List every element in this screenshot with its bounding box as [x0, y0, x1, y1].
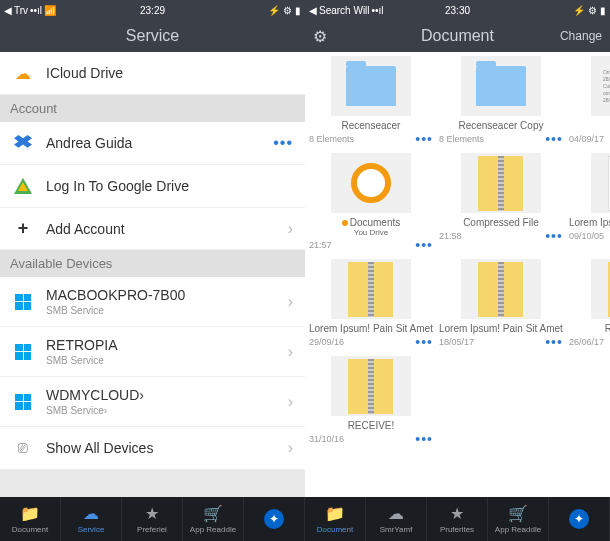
file-tile[interactable]: Recenseacer Copy8 Elements••• — [439, 56, 563, 147]
file-tile[interactable]: Lorem ipsum dolor sit amet consectetur a… — [569, 153, 610, 253]
tab-service[interactable]: ☁Service — [61, 497, 122, 541]
dropbox-label: Andrea Guida — [46, 135, 273, 151]
chevron-right-icon: › — [288, 393, 293, 411]
document-grid[interactable]: Recenseacer8 Elements•••Recenseacer Copy… — [305, 52, 610, 497]
more-icon[interactable]: ••• — [415, 431, 433, 447]
header: Service — [0, 20, 305, 52]
windows-icon — [12, 291, 34, 313]
more-icon[interactable]: ••• — [415, 131, 433, 147]
show-all-label: Show All Devices — [46, 440, 288, 456]
account-section: Account — [0, 95, 305, 122]
file-tile[interactable]: RECEIVE!31/10/16••• — [309, 356, 433, 447]
tile-name: Lorem Ipsum! Pain Sit Amet — [439, 323, 563, 334]
header: ⚙ Document Change — [305, 20, 610, 52]
file-tile[interactable]: Reviewacer26/06/17••• — [569, 259, 610, 350]
dropbox-row[interactable]: Andrea Guida ••• — [0, 122, 305, 165]
clock: 23:29 — [140, 5, 165, 16]
settings-icon[interactable]: ⚙ — [313, 27, 327, 46]
document-screen: ◀ Search Will ••ıl 23:30 ⚡ ⚙ ▮ ⚙ Documen… — [305, 0, 610, 497]
file-tile[interactable]: DocumentsYou Drive21:57••• — [309, 153, 433, 253]
folder-icon: 📁 — [325, 504, 345, 523]
cloud-icon: ☁ — [83, 504, 99, 523]
gdrive-label: Log In To Google Drive — [46, 178, 293, 194]
show-all-row[interactable]: ⎚ Show All Devices › — [0, 427, 305, 470]
wifi-icon: 📶 — [44, 5, 56, 16]
status-icons: ⚡ ⚙ ▮ — [268, 5, 301, 16]
star-icon: ★ — [145, 504, 159, 523]
signal-icon: ••ıl — [372, 5, 384, 16]
chevron-right-icon: › — [288, 343, 293, 361]
tab-pruferites[interactable]: ★Pruferites — [427, 497, 488, 541]
status-bar: ◀ Trv ••ıl 📶 23:29 ⚡ ⚙ ▮ — [0, 0, 305, 20]
change-button[interactable]: Change — [560, 29, 602, 43]
devices-section: Available Devices — [0, 250, 305, 277]
more-icon[interactable]: ••• — [273, 134, 293, 152]
file-tile[interactable]: Lorem Ipsum! Pain Sit Amet18/05/17••• — [439, 259, 563, 350]
tile-name: Recenseacer Copy — [439, 120, 563, 131]
tab-smryamf[interactable]: ☁SmrYamf — [366, 497, 427, 541]
tile-name: RECEIVE! — [309, 420, 433, 431]
tile-meta: 21:58••• — [439, 228, 563, 244]
more-icon[interactable]: ••• — [545, 228, 563, 244]
more-icon[interactable]: ••• — [415, 334, 433, 350]
chat-thumb: Omessa!28/05/15, 21:00:26: Anna Cutt: «i… — [591, 56, 610, 116]
tab-label: App Readdle — [190, 525, 236, 534]
tab-preferiei[interactable]: ★Preferiei — [122, 497, 183, 541]
service-screen: ◀ Trv ••ıl 📶 23:29 ⚡ ⚙ ▮ Service ☁ IClou… — [0, 0, 305, 497]
add-account-row[interactable]: + Add Account › — [0, 208, 305, 250]
tile-name: Recenseacer — [309, 120, 433, 131]
file-tile[interactable]: Omessa!28/05/15, 21:00:26: Anna Cutt: «i… — [569, 56, 610, 147]
device-name: MACBOOKPRO-7B00 — [46, 287, 288, 303]
header-title: Service — [126, 27, 179, 45]
chevron-right-icon: › — [288, 220, 293, 238]
tab-label: Document — [12, 525, 48, 534]
icloud-icon: ☁ — [12, 62, 34, 84]
device-row[interactable]: MACBOOKPRO-7B00 SMB Service › — [0, 277, 305, 327]
zip-thumb — [591, 259, 610, 319]
tab-label: Document — [317, 525, 353, 534]
more-icon[interactable]: ••• — [545, 131, 563, 147]
tile-name: Lorem Ipsum! Pain Sit Amet — [569, 217, 610, 228]
tab-document[interactable]: 📁Document — [0, 497, 61, 541]
windows-icon — [12, 391, 34, 413]
device-sub: SMB Service — [46, 305, 288, 316]
clock: 23:30 — [445, 5, 470, 16]
tab-document[interactable]: 📁Document — [305, 497, 366, 541]
search-text: Search Will — [319, 5, 370, 16]
tab-compass[interactable]: ✦ — [244, 497, 305, 541]
carrier: Trv — [14, 5, 28, 16]
tile-meta: 21:57••• — [309, 237, 433, 253]
status-bar: ◀ Search Will ••ıl 23:30 ⚡ ⚙ ▮ — [305, 0, 610, 20]
back-icon[interactable]: ◀ — [309, 5, 317, 16]
tile-meta: 29/09/16••• — [309, 334, 433, 350]
tab-app readdle[interactable]: 🛒App Readdle — [183, 497, 244, 541]
tab-app readdle[interactable]: 🛒App Readdle — [488, 497, 549, 541]
icloud-row[interactable]: ☁ ICloud Drive — [0, 52, 305, 95]
more-icon[interactable]: ••• — [545, 334, 563, 350]
more-icon[interactable]: ••• — [415, 237, 433, 253]
icloud-label: ICloud Drive — [46, 65, 293, 81]
star-icon: ★ — [450, 504, 464, 523]
back-icon[interactable]: ◀ — [4, 5, 12, 16]
device-row[interactable]: RETROPIA SMB Service › — [0, 327, 305, 377]
ring-thumb — [331, 153, 411, 213]
file-tile[interactable]: Compressed File21:58••• — [439, 153, 563, 253]
file-tile[interactable]: Lorem Ipsum! Pain Sit Amet29/09/16••• — [309, 259, 433, 350]
header-title: Document — [421, 27, 494, 45]
tab-label: SmrYamf — [380, 525, 413, 534]
tile-meta: 09/10/05••• — [569, 228, 610, 244]
tab-bar: 📁Document☁Service★Preferiei🛒App Readdle✦… — [0, 497, 610, 541]
device-name: RETROPIA — [46, 337, 288, 353]
service-list[interactable]: ☁ ICloud Drive Account Andrea Guida ••• … — [0, 52, 305, 497]
zip-thumb — [331, 259, 411, 319]
device-row[interactable]: WDMYCLOUD› SMB Service› › — [0, 377, 305, 427]
doc-thumb: Lorem ipsum dolor sit amet consectetur a… — [591, 153, 610, 213]
file-tile[interactable]: Recenseacer8 Elements••• — [309, 56, 433, 147]
gdrive-row[interactable]: Log In To Google Drive — [0, 165, 305, 208]
tab-compass[interactable]: ✦ — [549, 497, 610, 541]
device-sub: SMB Service› — [46, 405, 288, 416]
tile-name: Lorem Ipsum! Pain Sit Amet — [309, 323, 433, 334]
cart-icon: 🛒 — [203, 504, 223, 523]
tab-label: Preferiei — [137, 525, 167, 534]
tile-meta: 8 Elements••• — [439, 131, 563, 147]
